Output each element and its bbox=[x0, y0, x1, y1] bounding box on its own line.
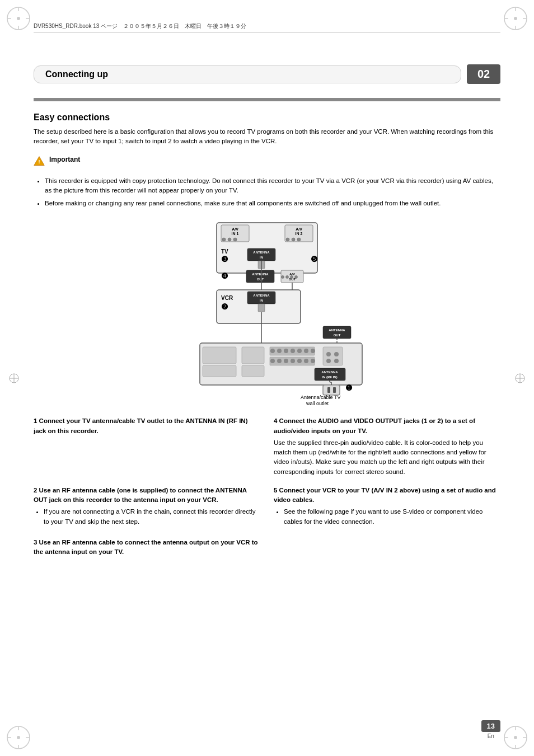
svg-text:ANTENNA: ANTENNA bbox=[321, 370, 338, 374]
instruction-step4: 4 Connect the AUDIO and VIDEO OUTPUT jac… bbox=[274, 416, 500, 477]
diagram-area: A/V IN 1 A/V IN 2 TV ANTENNA IN bbox=[34, 217, 500, 407]
page-number: 13 bbox=[481, 720, 500, 732]
corner-decoration-br bbox=[502, 724, 530, 752]
svg-point-59 bbox=[291, 276, 293, 279]
page-container: DVR530HS_RDR.book 13 ページ ２００５年５月２６日 木曜日 … bbox=[0, 0, 534, 756]
step5-bullet-1: See the following page if you want to us… bbox=[284, 507, 500, 527]
svg-rect-73 bbox=[242, 365, 264, 377]
svg-text:IN 2: IN 2 bbox=[296, 232, 303, 236]
svg-text:❹: ❹ bbox=[221, 271, 228, 280]
svg-rect-101 bbox=[323, 385, 340, 395]
svg-text:A/V: A/V bbox=[296, 227, 302, 231]
svg-point-93 bbox=[326, 359, 331, 363]
svg-point-88 bbox=[304, 359, 308, 363]
svg-point-75 bbox=[270, 349, 275, 353]
svg-rect-72 bbox=[242, 347, 264, 364]
step2-title: 2 Use an RF antenna cable (one is suppli… bbox=[34, 486, 260, 505]
svg-text:❺: ❺ bbox=[311, 255, 318, 264]
svg-text:Antenna/cable TV: Antenna/cable TV bbox=[301, 395, 340, 400]
svg-point-77 bbox=[284, 349, 288, 353]
svg-rect-71 bbox=[203, 365, 236, 377]
warning-icon: ! bbox=[34, 156, 45, 168]
svg-point-60 bbox=[295, 276, 298, 279]
important-box: ! Important bbox=[34, 156, 500, 168]
svg-text:ANTENNA: ANTENNA bbox=[253, 251, 270, 254]
corner-decoration-tr bbox=[502, 4, 530, 32]
svg-point-81 bbox=[311, 349, 315, 353]
svg-text:IN: IN bbox=[260, 256, 263, 259]
important-bullets: This recorder is equipped with copy prot… bbox=[34, 176, 500, 209]
instruction-step3: 3 Use an RF antenna cable to connect the… bbox=[34, 538, 260, 560]
file-metadata: DVR530HS_RDR.book 13 ページ ２００５年５月２６日 木曜日 … bbox=[34, 22, 500, 33]
svg-rect-90 bbox=[323, 347, 343, 365]
svg-text:wall outlet: wall outlet bbox=[306, 401, 329, 406]
svg-text:IN (RF IN): IN (RF IN) bbox=[322, 375, 337, 379]
important-bullet-2: Before making or changing any rear panel… bbox=[45, 199, 500, 208]
svg-text:OUT: OUT bbox=[334, 334, 341, 337]
svg-text:❷: ❷ bbox=[221, 302, 228, 311]
svg-text:A/V: A/V bbox=[232, 227, 238, 231]
important-label: Important bbox=[49, 156, 80, 163]
chapter-header: Connecting up 02 bbox=[34, 64, 500, 84]
crosshair-left bbox=[8, 373, 20, 384]
svg-point-78 bbox=[291, 349, 295, 353]
intro-text: The setup described here is a basic conf… bbox=[34, 127, 500, 147]
svg-text:ANTENNA: ANTENNA bbox=[329, 328, 345, 332]
svg-text:IN 1: IN 1 bbox=[232, 232, 239, 236]
svg-text:ANTENNA: ANTENNA bbox=[252, 273, 269, 276]
svg-text:ANTENNA: ANTENNA bbox=[253, 294, 270, 297]
instruction-step2: 2 Use an RF antenna cable (one is suppli… bbox=[34, 486, 260, 529]
svg-point-41 bbox=[286, 238, 289, 241]
corner-decoration-bl bbox=[4, 724, 32, 752]
step5-title: 5 Connect your VCR to your TV (A/V IN 2 … bbox=[274, 486, 500, 505]
chapter-title: Connecting up bbox=[34, 65, 461, 83]
svg-point-35 bbox=[222, 238, 226, 241]
instruction-step1: 1 Connect your TV antenna/cable TV outle… bbox=[34, 416, 260, 477]
svg-text:IN: IN bbox=[260, 299, 263, 302]
svg-point-13 bbox=[17, 736, 20, 739]
page-number-area: 13 En bbox=[481, 720, 500, 739]
svg-point-57 bbox=[282, 276, 284, 279]
svg-point-83 bbox=[270, 359, 275, 363]
svg-rect-70 bbox=[203, 347, 236, 364]
svg-point-79 bbox=[297, 349, 302, 353]
svg-point-58 bbox=[286, 276, 289, 279]
step3-title: 3 Use an RF antenna cable to connect the… bbox=[34, 538, 260, 557]
svg-point-85 bbox=[284, 359, 288, 363]
important-content: Important bbox=[49, 156, 80, 163]
svg-point-91 bbox=[326, 352, 331, 356]
important-bullet-1: This recorder is equipped with copy prot… bbox=[45, 176, 500, 196]
svg-point-94 bbox=[334, 359, 339, 363]
svg-point-7 bbox=[514, 17, 517, 20]
svg-point-89 bbox=[311, 359, 315, 363]
svg-text:A/V: A/V bbox=[289, 273, 295, 276]
chapter-number: 02 bbox=[467, 64, 500, 84]
svg-point-37 bbox=[233, 238, 237, 241]
instruction-step5: 5 Connect your VCR to your TV (A/V IN 2 … bbox=[274, 486, 500, 529]
svg-text:❸: ❸ bbox=[221, 255, 228, 264]
instructions-grid: 1 Connect your TV antenna/cable TV outle… bbox=[34, 416, 500, 559]
gray-divider-bar bbox=[34, 98, 500, 101]
svg-point-87 bbox=[297, 359, 302, 363]
content-area: Easy connections The setup described her… bbox=[34, 98, 500, 722]
svg-point-43 bbox=[297, 238, 301, 241]
connection-diagram: A/V IN 1 A/V IN 2 TV ANTENNA IN bbox=[138, 217, 396, 407]
step5-sub-bullets: See the following page if you want to us… bbox=[274, 507, 500, 527]
svg-point-86 bbox=[291, 359, 295, 363]
svg-point-36 bbox=[228, 238, 231, 241]
svg-point-80 bbox=[304, 349, 308, 353]
svg-point-76 bbox=[277, 349, 282, 353]
svg-text:OUT: OUT bbox=[257, 278, 264, 281]
svg-rect-67 bbox=[258, 304, 265, 312]
svg-rect-102 bbox=[327, 387, 330, 393]
step4-body: Use the supplied three-pin audio/video c… bbox=[274, 438, 500, 477]
crosshair-right bbox=[514, 373, 526, 384]
svg-point-19 bbox=[514, 736, 517, 739]
step1-title: 1 Connect your TV antenna/cable TV outle… bbox=[34, 416, 260, 436]
svg-text:❶: ❶ bbox=[345, 383, 353, 392]
svg-point-92 bbox=[334, 352, 339, 356]
step4-title: 4 Connect the AUDIO and VIDEO OUTPUT jac… bbox=[274, 416, 500, 436]
svg-point-1 bbox=[17, 17, 20, 20]
svg-point-84 bbox=[277, 359, 282, 363]
svg-rect-103 bbox=[333, 387, 336, 393]
